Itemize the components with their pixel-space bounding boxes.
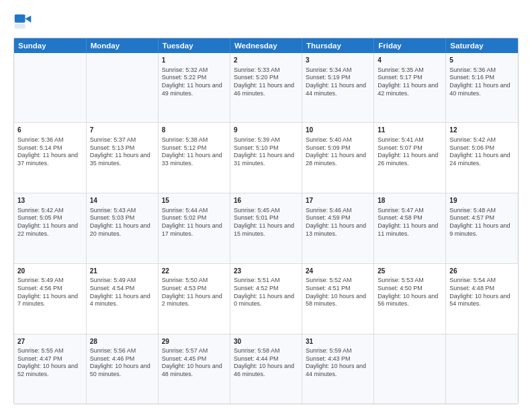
calendar-cell: 17Sunrise: 5:46 AM Sunset: 4:59 PM Dayli… (302, 193, 374, 264)
cell-info: Sunrise: 5:56 AM Sunset: 4:46 PM Dayligh… (90, 347, 154, 379)
calendar-cell: 30Sunrise: 5:58 AM Sunset: 4:44 PM Dayli… (230, 334, 302, 404)
svg-rect-2 (15, 24, 26, 29)
calendar: SundayMondayTuesdayWednesdayThursdayFrid… (13, 38, 519, 404)
calendar-cell (374, 334, 446, 404)
calendar-week-row: 20Sunrise: 5:49 AM Sunset: 4:56 PM Dayli… (14, 263, 518, 334)
day-number: 24 (306, 267, 370, 276)
day-number: 14 (90, 196, 154, 205)
day-of-week-header: Tuesday (158, 38, 230, 53)
day-number: 5 (449, 56, 515, 65)
calendar-cell (86, 53, 158, 123)
cell-info: Sunrise: 5:59 AM Sunset: 4:43 PM Dayligh… (306, 347, 370, 379)
calendar-cell: 23Sunrise: 5:51 AM Sunset: 4:52 PM Dayli… (230, 263, 302, 334)
calendar-cell: 28Sunrise: 5:56 AM Sunset: 4:46 PM Dayli… (86, 334, 158, 404)
cell-info: Sunrise: 5:47 AM Sunset: 4:58 PM Dayligh… (378, 207, 442, 238)
calendar-cell: 29Sunrise: 5:57 AM Sunset: 4:45 PM Dayli… (158, 334, 230, 404)
day-number: 8 (162, 126, 226, 135)
cell-info: Sunrise: 5:57 AM Sunset: 4:45 PM Dayligh… (162, 347, 226, 379)
calendar-cell: 16Sunrise: 5:45 AM Sunset: 5:01 PM Dayli… (230, 193, 302, 264)
cell-info: Sunrise: 5:36 AM Sunset: 5:14 PM Dayligh… (17, 136, 83, 168)
day-number: 9 (234, 126, 298, 135)
calendar-cell: 14Sunrise: 5:43 AM Sunset: 5:03 PM Dayli… (86, 193, 158, 264)
header (13, 12, 519, 31)
day-number: 22 (162, 267, 226, 276)
day-number: 2 (234, 56, 298, 65)
calendar-cell: 25Sunrise: 5:53 AM Sunset: 4:50 PM Dayli… (374, 263, 446, 334)
calendar-cell: 10Sunrise: 5:40 AM Sunset: 5:09 PM Dayli… (302, 123, 374, 193)
logo (13, 12, 35, 31)
calendar-cell: 4Sunrise: 5:35 AM Sunset: 5:17 PM Daylig… (374, 53, 446, 123)
day-number: 28 (90, 337, 154, 347)
cell-info: Sunrise: 5:45 AM Sunset: 5:01 PM Dayligh… (234, 207, 298, 238)
day-number: 27 (17, 337, 83, 347)
calendar-cell: 26Sunrise: 5:54 AM Sunset: 4:48 PM Dayli… (446, 263, 518, 334)
day-number: 26 (449, 267, 515, 276)
calendar-cell: 3Sunrise: 5:34 AM Sunset: 5:19 PM Daylig… (302, 53, 374, 123)
day-header-row: SundayMondayTuesdayWednesdayThursdayFrid… (14, 38, 518, 53)
day-number: 6 (17, 126, 83, 135)
cell-info: Sunrise: 5:44 AM Sunset: 5:02 PM Dayligh… (162, 207, 226, 238)
day-of-week-header: Thursday (302, 38, 374, 53)
calendar-cell: 9Sunrise: 5:39 AM Sunset: 5:10 PM Daylig… (230, 123, 302, 193)
day-number: 25 (378, 267, 442, 276)
cell-info: Sunrise: 5:49 AM Sunset: 4:56 PM Dayligh… (17, 277, 83, 308)
calendar-cell: 8Sunrise: 5:38 AM Sunset: 5:12 PM Daylig… (158, 123, 230, 193)
cell-info: Sunrise: 5:41 AM Sunset: 5:07 PM Dayligh… (378, 136, 442, 168)
day-number: 1 (162, 56, 226, 65)
calendar-cell: 24Sunrise: 5:52 AM Sunset: 4:51 PM Dayli… (302, 263, 374, 334)
calendar-cell: 5Sunrise: 5:36 AM Sunset: 5:16 PM Daylig… (446, 53, 518, 123)
cell-info: Sunrise: 5:53 AM Sunset: 4:50 PM Dayligh… (378, 277, 442, 308)
calendar-cell: 1Sunrise: 5:32 AM Sunset: 5:22 PM Daylig… (158, 53, 230, 123)
cell-info: Sunrise: 5:33 AM Sunset: 5:20 PM Dayligh… (234, 66, 298, 98)
cell-info: Sunrise: 5:39 AM Sunset: 5:10 PM Dayligh… (234, 136, 298, 168)
day-of-week-header: Monday (86, 38, 158, 53)
calendar-cell: 7Sunrise: 5:37 AM Sunset: 5:13 PM Daylig… (86, 123, 158, 193)
svg-rect-0 (15, 15, 26, 23)
cell-info: Sunrise: 5:42 AM Sunset: 5:05 PM Dayligh… (17, 207, 83, 238)
page: SundayMondayTuesdayWednesdayThursdayFrid… (0, 0, 532, 411)
day-number: 11 (378, 126, 442, 135)
calendar-week-row: 27Sunrise: 5:55 AM Sunset: 4:47 PM Dayli… (14, 334, 518, 404)
cell-info: Sunrise: 5:52 AM Sunset: 4:51 PM Dayligh… (306, 277, 370, 308)
day-number: 4 (378, 56, 442, 65)
day-of-week-header: Saturday (446, 38, 518, 53)
calendar-cell (14, 53, 86, 123)
day-number: 21 (90, 267, 154, 276)
calendar-cell: 11Sunrise: 5:41 AM Sunset: 5:07 PM Dayli… (374, 123, 446, 193)
cell-info: Sunrise: 5:38 AM Sunset: 5:12 PM Dayligh… (162, 136, 226, 168)
cell-info: Sunrise: 5:46 AM Sunset: 4:59 PM Dayligh… (306, 207, 370, 238)
day-number: 12 (449, 126, 515, 135)
day-number: 17 (306, 196, 370, 205)
cell-info: Sunrise: 5:58 AM Sunset: 4:44 PM Dayligh… (234, 347, 298, 379)
calendar-cell: 21Sunrise: 5:49 AM Sunset: 4:54 PM Dayli… (86, 263, 158, 334)
day-of-week-header: Friday (374, 38, 446, 53)
calendar-week-row: 13Sunrise: 5:42 AM Sunset: 5:05 PM Dayli… (14, 193, 518, 264)
cell-info: Sunrise: 5:55 AM Sunset: 4:47 PM Dayligh… (17, 347, 83, 379)
calendar-week-row: 1Sunrise: 5:32 AM Sunset: 5:22 PM Daylig… (14, 53, 518, 123)
cell-info: Sunrise: 5:36 AM Sunset: 5:16 PM Dayligh… (449, 66, 515, 98)
cell-info: Sunrise: 5:35 AM Sunset: 5:17 PM Dayligh… (378, 66, 442, 98)
cell-info: Sunrise: 5:40 AM Sunset: 5:09 PM Dayligh… (306, 136, 370, 168)
day-number: 19 (449, 196, 515, 205)
cell-info: Sunrise: 5:37 AM Sunset: 5:13 PM Dayligh… (90, 136, 154, 168)
logo-icon (13, 12, 32, 31)
calendar-cell: 6Sunrise: 5:36 AM Sunset: 5:14 PM Daylig… (14, 123, 86, 193)
calendar-cell: 19Sunrise: 5:48 AM Sunset: 4:57 PM Dayli… (446, 193, 518, 264)
day-of-week-header: Sunday (14, 38, 86, 53)
cell-info: Sunrise: 5:51 AM Sunset: 4:52 PM Dayligh… (234, 277, 298, 308)
cell-info: Sunrise: 5:54 AM Sunset: 4:48 PM Dayligh… (449, 277, 515, 308)
calendar-cell: 22Sunrise: 5:50 AM Sunset: 4:53 PM Dayli… (158, 263, 230, 334)
day-number: 10 (306, 126, 370, 135)
calendar-cell: 12Sunrise: 5:42 AM Sunset: 5:06 PM Dayli… (446, 123, 518, 193)
day-number: 23 (234, 267, 298, 276)
day-number: 29 (162, 337, 226, 347)
day-number: 31 (306, 337, 370, 347)
calendar-cell: 15Sunrise: 5:44 AM Sunset: 5:02 PM Dayli… (158, 193, 230, 264)
day-number: 3 (306, 56, 370, 65)
cell-info: Sunrise: 5:50 AM Sunset: 4:53 PM Dayligh… (162, 277, 226, 308)
calendar-cell: 13Sunrise: 5:42 AM Sunset: 5:05 PM Dayli… (14, 193, 86, 264)
calendar-cell: 2Sunrise: 5:33 AM Sunset: 5:20 PM Daylig… (230, 53, 302, 123)
day-number: 7 (90, 126, 154, 135)
cell-info: Sunrise: 5:49 AM Sunset: 4:54 PM Dayligh… (90, 277, 154, 308)
cell-info: Sunrise: 5:42 AM Sunset: 5:06 PM Dayligh… (449, 136, 515, 168)
